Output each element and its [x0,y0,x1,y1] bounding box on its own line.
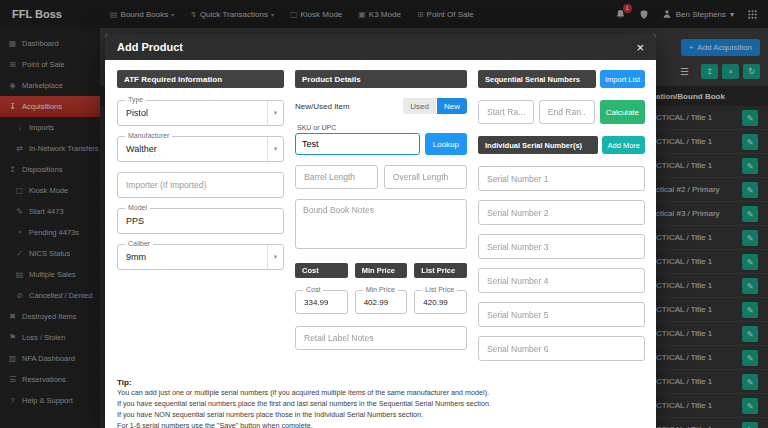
importer-field[interactable] [117,172,284,198]
chevron-down-icon: ▾ [267,101,283,125]
overall-length-field[interactable] [384,165,467,189]
condition-toggle: Used New [403,98,467,114]
end-range-field[interactable] [539,100,595,124]
sequential-serials-header: Sequential Serial Numbers [478,70,596,88]
new-button[interactable]: New [437,98,467,114]
start-range-field[interactable] [478,100,534,124]
sku-input[interactable] [295,133,420,155]
min-price-value: 402.99 [364,298,388,307]
serial-number-4-field[interactable] [478,268,645,293]
manufacturer-value: Walther [126,144,157,154]
type-select[interactable]: Type Pistol ▾ [117,100,284,126]
model-field[interactable]: Model PPS [117,208,284,234]
list-price-label: List Price [422,286,457,293]
product-details-header: Product Details [295,70,467,88]
manufacturer-label: Manufacturer [125,132,172,139]
price-headers: Cost Min Price List Price [295,263,467,278]
min-price-label: Min Price [363,286,398,293]
tip-line: You can add just one or multiple serial … [117,387,644,398]
manufacturer-select[interactable]: Manufacturer Walther ▾ [117,136,284,162]
used-button[interactable]: Used [403,98,436,114]
min-price-header: Min Price [355,263,408,278]
tip-line: For 1-6 serial numbers use the "Save" bu… [117,420,644,428]
sku-label: SKU or UPC [297,124,467,131]
min-price-field[interactable]: Min Price 402.99 [355,290,408,314]
condition-row: New/Used Item Used New [295,98,467,114]
import-list-button[interactable]: Import List [600,70,645,88]
type-value: Pistol [126,108,148,118]
cost-value: 334.99 [304,298,328,307]
cost-field[interactable]: Cost 334.99 [295,290,348,314]
barrel-length-field[interactable] [295,165,378,189]
price-fields: Cost 334.99 Min Price 402.99 List Price … [295,290,467,314]
retail-label-notes-field[interactable] [295,326,467,350]
individual-serials-header: Individual Serial Number(s) [478,136,598,154]
sku-row: Lookup [295,133,467,155]
serial-range-row: Calculate [478,100,645,124]
chevron-down-icon: ▾ [267,137,283,161]
caliber-select[interactable]: Caliber 9mm ▾ [117,244,284,270]
close-button[interactable]: × [636,41,644,54]
chevron-down-icon: ▾ [267,245,283,269]
cost-label: Cost [303,286,323,293]
condition-label: New/Used Item [295,102,350,111]
tip-line: If you have NON sequential serial number… [117,409,644,420]
length-row [295,165,467,189]
close-icon: × [636,40,644,55]
atf-column: ATF Required Information Type Pistol ▾ M… [117,70,284,370]
model-value: PPS [126,216,144,226]
list-price-value: 420.99 [423,298,447,307]
model-label: Model [125,204,150,211]
calculate-button[interactable]: Calculate [600,100,645,124]
tip-title: Tip: [117,378,644,387]
atf-section-header: ATF Required Information [117,70,284,88]
modal-title: Add Product [117,41,183,53]
product-details-column: Product Details New/Used Item Used New S… [295,70,467,370]
list-price-header: List Price [414,263,467,278]
type-label: Type [125,96,146,103]
modal-header: Add Product × [105,34,656,60]
tip-line: If you have sequential serial numbers pl… [117,398,644,409]
tip-section: Tip: You can add just one or multiple se… [105,370,656,428]
serial-number-3-field[interactable] [478,234,645,259]
serial-number-2-field[interactable] [478,200,645,225]
serial-number-5-field[interactable] [478,302,645,327]
list-price-field[interactable]: List Price 420.99 [414,290,467,314]
caliber-label: Caliber [125,240,153,247]
individual-serials-header-row: Individual Serial Number(s) Add More [478,136,645,154]
serial-numbers-column: Sequential Serial Numbers Import List Ca… [478,70,645,370]
add-product-modal: Add Product × ATF Required Information T… [105,34,656,428]
sequential-serials-header-row: Sequential Serial Numbers Import List [478,70,645,88]
caliber-value: 9mm [126,252,146,262]
serial-number-1-field[interactable] [478,166,645,191]
lookup-button[interactable]: Lookup [425,133,467,155]
serial-number-6-field[interactable] [478,336,645,361]
add-more-button[interactable]: Add More [602,136,645,154]
modal-body: ATF Required Information Type Pistol ▾ M… [105,60,656,370]
cost-header: Cost [295,263,348,278]
bound-book-notes-field[interactable] [295,199,467,249]
